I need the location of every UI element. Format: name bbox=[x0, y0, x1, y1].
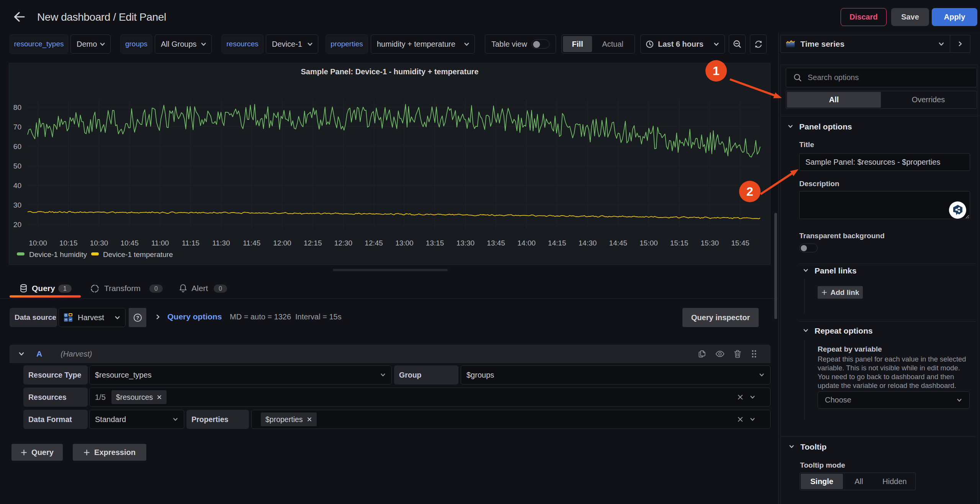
svg-text:13:30: 13:30 bbox=[456, 239, 475, 247]
svg-text:10:45: 10:45 bbox=[120, 239, 139, 247]
svg-text:15:00: 15:00 bbox=[640, 239, 658, 247]
svg-text:12:45: 12:45 bbox=[365, 239, 383, 247]
svg-text:13:00: 13:00 bbox=[395, 239, 414, 247]
svg-text:10:15: 10:15 bbox=[59, 239, 78, 247]
svg-text:11:15: 11:15 bbox=[182, 239, 200, 247]
svg-text:70: 70 bbox=[13, 123, 21, 131]
svg-text:50: 50 bbox=[13, 162, 21, 170]
svg-text:Device-1 temperature: Device-1 temperature bbox=[103, 250, 173, 259]
svg-text:11:30: 11:30 bbox=[212, 239, 230, 247]
svg-text:15:45: 15:45 bbox=[731, 239, 749, 247]
svg-text:20: 20 bbox=[13, 221, 21, 229]
svg-text:13:15: 13:15 bbox=[426, 239, 444, 247]
svg-text:30: 30 bbox=[13, 201, 21, 209]
svg-text:?: ? bbox=[136, 315, 139, 321]
svg-text:10:00: 10:00 bbox=[29, 239, 47, 247]
svg-text:15:15: 15:15 bbox=[670, 239, 689, 247]
svg-text:12:30: 12:30 bbox=[334, 239, 353, 247]
svg-text:13:45: 13:45 bbox=[487, 239, 505, 247]
svg-text:60: 60 bbox=[13, 142, 21, 151]
svg-text:14:15: 14:15 bbox=[548, 239, 566, 247]
svg-text:14:00: 14:00 bbox=[517, 239, 536, 247]
svg-text:12:15: 12:15 bbox=[304, 239, 322, 247]
svg-text:Device-1 humidity: Device-1 humidity bbox=[29, 250, 87, 259]
svg-text:14:30: 14:30 bbox=[579, 239, 597, 247]
svg-text:11:45: 11:45 bbox=[243, 239, 260, 247]
svg-text:10:30: 10:30 bbox=[90, 239, 108, 247]
svg-text:40: 40 bbox=[13, 182, 21, 190]
svg-text:80: 80 bbox=[13, 103, 21, 111]
svg-text:11:00: 11:00 bbox=[151, 239, 169, 247]
svg-text:12:00: 12:00 bbox=[273, 239, 291, 247]
svg-text:15:30: 15:30 bbox=[701, 239, 719, 247]
svg-text:14:45: 14:45 bbox=[609, 239, 627, 247]
